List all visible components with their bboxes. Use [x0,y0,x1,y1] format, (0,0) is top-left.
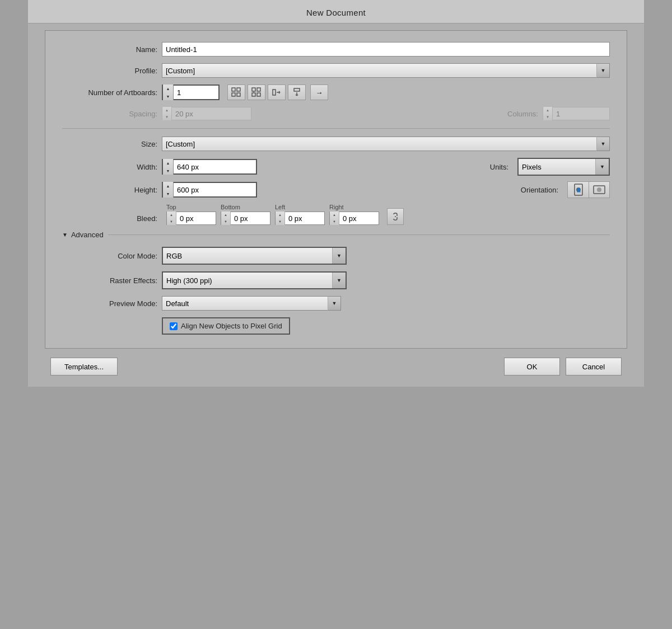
bleed-left-up-btn[interactable]: ▲ [276,212,284,218]
templates-button[interactable]: Templates... [50,358,118,375]
artboards-up-btn[interactable]: ▲ [163,85,173,92]
bleed-left-buttons[interactable]: ▲ ▼ [276,212,285,225]
bleed-left-spinner[interactable]: ▲ ▼ [275,212,325,225]
height-row: Height: ▲ ▼ Orientation: 👤 [62,181,610,198]
spacing-input [172,106,273,121]
columns-down-btn: ▼ [543,114,552,120]
color-mode-select[interactable]: RGB CMYK Grayscale [163,248,346,264]
bleed-section: Bleed: Top ▲ ▼ Bottom [62,204,610,225]
bleed-top-buttons[interactable]: ▲ ▼ [167,212,176,225]
units-select[interactable]: Pixels Points Picas Inches Millimeters C… [519,159,609,175]
dialog-title: New Document [28,0,644,24]
height-spinner[interactable]: ▲ ▼ [162,182,257,198]
align-checkbox-label[interactable]: Align New Objects to Pixel Grid [162,317,290,335]
color-mode-row: Color Mode: RGB CMYK Grayscale ▼ [62,247,610,265]
name-label: Name: [62,45,157,54]
bleed-bottom-label: Bottom [221,204,240,210]
layout-grid-row-btn[interactable] [227,85,245,100]
bleed-label: Bleed: [62,214,157,225]
width-down-btn[interactable]: ▼ [163,167,173,175]
size-select[interactable]: [Custom] [162,137,610,151]
svg-text:👤: 👤 [576,187,581,193]
height-input[interactable] [174,182,274,197]
artboards-spinner-buttons[interactable]: ▲ ▼ [163,85,174,100]
ok-button[interactable]: OK [504,358,560,375]
bleed-bottom-up-btn[interactable]: ▲ [221,212,230,218]
cancel-button[interactable]: Cancel [566,358,622,375]
bleed-right-input[interactable] [339,211,379,226]
align-checkbox-text: Align New Objects to Pixel Grid [181,322,282,330]
bleed-left-input[interactable] [285,211,324,226]
width-spinner[interactable]: ▲ ▼ [162,159,257,175]
bleed-bottom-input[interactable] [231,211,270,226]
columns-up-btn: ▲ [543,107,552,114]
bleed-bottom-spinner[interactable]: ▲ ▼ [221,212,270,225]
columns-input [553,106,654,121]
columns-section: Columns: ▲ ▼ [507,107,610,120]
width-up-btn[interactable]: ▲ [163,159,173,167]
height-up-btn[interactable]: ▲ [163,182,173,190]
height-spinner-buttons[interactable]: ▲ ▼ [163,182,174,198]
spacing-spinner: ▲ ▼ [162,107,251,120]
bleed-bottom-down-btn[interactable]: ▼ [221,218,230,225]
units-select-wrap: Pixels Points Picas Inches Millimeters C… [517,158,610,176]
svg-rect-1 [237,88,240,91]
height-down-btn[interactable]: ▼ [163,190,173,198]
layout-arrange-col-btn[interactable] [288,85,306,100]
preview-mode-select[interactable]: Default Pixel Overprint [162,296,341,311]
bleed-top-down-btn[interactable]: ▼ [167,218,176,225]
bleed-right-buttons[interactable]: ▲ ▼ [330,212,339,225]
size-row: Size: [Custom] ▼ [62,137,610,151]
columns-spinner: ▲ ▼ [543,107,610,120]
bleed-top-input[interactable] [176,211,216,226]
bleed-right-spinner[interactable]: ▲ ▼ [329,212,379,225]
width-input[interactable] [174,159,274,174]
artboard-next-btn[interactable]: → [310,85,328,100]
bleed-right-group: Right ▲ ▼ [329,204,379,225]
bleed-link-btn[interactable] [387,208,404,225]
orientation-buttons: 👤 [567,181,610,198]
bleed-top-up-btn[interactable]: ▲ [167,212,176,218]
bleed-left-down-btn[interactable]: ▼ [276,218,284,225]
align-checkbox[interactable] [170,322,178,330]
raster-effects-select[interactable]: High (300 ppi) Medium (150 ppi) Low (72 … [163,273,346,288]
svg-rect-3 [237,93,240,96]
landscape-btn[interactable] [589,181,610,198]
svg-rect-13 [294,88,300,91]
portrait-btn[interactable]: 👤 [567,181,589,198]
advanced-toggle-arrow[interactable]: ▼ [62,232,68,238]
artboards-down-btn[interactable]: ▼ [163,92,173,100]
spacing-row: Spacing: ▲ ▼ Columns: ▲ ▼ [62,107,610,120]
bleed-bottom-buttons[interactable]: ▲ ▼ [221,212,231,225]
layout-grid-col-btn[interactable] [248,85,265,100]
advanced-header: ▼ Advanced [62,231,610,239]
bleed-right-up-btn[interactable]: ▲ [330,212,339,218]
bleed-top-spinner[interactable]: ▲ ▼ [166,212,216,225]
advanced-divider [108,234,610,235]
profile-select-wrap: [Custom] ▼ [162,63,610,78]
svg-rect-5 [257,88,260,91]
name-input[interactable] [162,42,610,57]
bleed-top-group: Top ▲ ▼ [166,204,216,225]
align-checkbox-row: Align New Objects to Pixel Grid [162,317,610,335]
preview-mode-label: Preview Mode: [62,299,157,308]
bleed-left-group: Left ▲ ▼ [275,204,325,225]
spacing-label: Spacing: [62,110,157,118]
artboards-row: Number of Artboards: ▲ ▼ [62,85,610,100]
spacing-up-btn: ▲ [162,107,171,114]
layout-arrange-row-btn[interactable] [268,85,286,100]
width-spinner-buttons[interactable]: ▲ ▼ [163,159,174,175]
footer-right-buttons: OK Cancel [504,358,622,375]
color-mode-select-wrap: RGB CMYK Grayscale ▼ [162,247,347,265]
height-label: Height: [62,186,157,194]
artboards-spinner[interactable]: ▲ ▼ [162,85,220,100]
width-row: Width: ▲ ▼ Units: Pixels Points Picas In… [62,158,610,176]
bleed-bottom-group: Bottom ▲ ▼ [221,204,270,225]
profile-select[interactable]: [Custom] [162,63,610,78]
size-select-wrap: [Custom] ▼ [162,137,610,151]
artboards-input[interactable] [174,86,218,99]
svg-rect-4 [252,88,255,91]
svg-rect-9 [273,90,276,95]
bleed-right-down-btn[interactable]: ▼ [330,218,339,225]
profile-row: Profile: [Custom] ▼ [62,63,610,78]
